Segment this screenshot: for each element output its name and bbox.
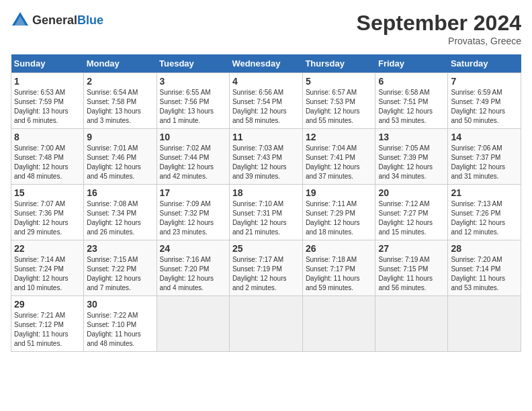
day-info: Sunrise: 7:10 AMSunset: 7:31 PMDaylight:… — [232, 199, 300, 237]
day-info: Sunrise: 6:55 AMSunset: 7:56 PMDaylight:… — [160, 88, 226, 126]
day-number: 10 — [160, 132, 226, 142]
day-info: Sunrise: 6:54 AMSunset: 7:58 PMDaylight:… — [87, 88, 153, 126]
day-number: 19 — [306, 187, 373, 198]
calendar-cell: 9Sunrise: 7:01 AMSunset: 7:46 PMDaylight… — [84, 129, 157, 185]
day-number: 12 — [306, 132, 373, 142]
page-header: GeneralBlue September 2024 Provatas, Gre… — [11, 11, 521, 46]
calendar-cell: 24Sunrise: 7:16 AMSunset: 7:20 PMDayligh… — [157, 240, 229, 296]
day-info: Sunrise: 7:21 AMSunset: 7:12 PMDaylight:… — [14, 311, 81, 349]
day-number: 25 — [232, 243, 300, 254]
calendar-cell: 28Sunrise: 7:20 AMSunset: 7:14 PMDayligh… — [448, 240, 521, 296]
day-number: 21 — [451, 187, 518, 198]
calendar-week-row: 1Sunrise: 6:53 AMSunset: 7:59 PMDaylight… — [11, 73, 521, 129]
calendar-week-row: 15Sunrise: 7:07 AMSunset: 7:36 PMDayligh… — [11, 185, 521, 240]
column-header-friday: Friday — [375, 54, 448, 73]
day-info: Sunrise: 7:09 AMSunset: 7:32 PMDaylight:… — [160, 199, 226, 237]
day-info: Sunrise: 7:06 AMSunset: 7:37 PMDaylight:… — [451, 144, 518, 181]
day-info: Sunrise: 7:05 AMSunset: 7:39 PMDaylight:… — [378, 144, 445, 181]
calendar-cell — [375, 296, 448, 352]
calendar-cell: 27Sunrise: 7:19 AMSunset: 7:15 PMDayligh… — [375, 240, 448, 296]
day-info: Sunrise: 7:17 AMSunset: 7:19 PMDaylight:… — [232, 255, 300, 293]
calendar-cell: 10Sunrise: 7:02 AMSunset: 7:44 PMDayligh… — [157, 129, 229, 185]
day-info: Sunrise: 6:53 AMSunset: 7:59 PMDaylight:… — [14, 88, 81, 126]
calendar-cell: 13Sunrise: 7:05 AMSunset: 7:39 PMDayligh… — [375, 129, 448, 185]
calendar-header-row: SundayMondayTuesdayWednesdayThursdayFrid… — [11, 54, 521, 73]
day-number: 27 — [378, 243, 445, 254]
day-info: Sunrise: 7:03 AMSunset: 7:43 PMDaylight:… — [232, 144, 300, 181]
calendar-cell: 16Sunrise: 7:08 AMSunset: 7:34 PMDayligh… — [84, 185, 157, 240]
day-number: 16 — [87, 187, 153, 198]
calendar-week-row: 29Sunrise: 7:21 AMSunset: 7:12 PMDayligh… — [11, 296, 521, 352]
day-number: 26 — [306, 243, 373, 254]
calendar-cell: 11Sunrise: 7:03 AMSunset: 7:43 PMDayligh… — [229, 129, 302, 185]
logo-blue-text: Blue — [77, 13, 103, 27]
day-number: 14 — [451, 132, 518, 142]
day-number: 5 — [306, 76, 373, 87]
calendar-cell: 5Sunrise: 6:57 AMSunset: 7:53 PMDaylight… — [302, 73, 375, 129]
calendar-cell: 19Sunrise: 7:11 AMSunset: 7:29 PMDayligh… — [302, 185, 375, 240]
calendar-cell: 7Sunrise: 6:59 AMSunset: 7:49 PMDaylight… — [448, 73, 521, 129]
calendar-cell: 1Sunrise: 6:53 AMSunset: 7:59 PMDaylight… — [11, 73, 84, 129]
calendar-cell: 25Sunrise: 7:17 AMSunset: 7:19 PMDayligh… — [229, 240, 302, 296]
day-info: Sunrise: 7:13 AMSunset: 7:26 PMDaylight:… — [451, 199, 518, 237]
calendar-cell — [229, 296, 302, 352]
logo: GeneralBlue — [11, 11, 103, 30]
calendar-cell: 8Sunrise: 7:00 AMSunset: 7:48 PMDaylight… — [11, 129, 84, 185]
column-header-sunday: Sunday — [11, 54, 84, 73]
column-header-monday: Monday — [84, 54, 157, 73]
calendar-week-row: 22Sunrise: 7:14 AMSunset: 7:24 PMDayligh… — [11, 240, 521, 296]
calendar-cell — [157, 296, 229, 352]
day-number: 11 — [232, 132, 300, 142]
column-header-wednesday: Wednesday — [229, 54, 302, 73]
day-info: Sunrise: 6:56 AMSunset: 7:54 PMDaylight:… — [232, 88, 300, 126]
day-number: 1 — [14, 76, 81, 87]
calendar-cell: 21Sunrise: 7:13 AMSunset: 7:26 PMDayligh… — [448, 185, 521, 240]
day-number: 2 — [87, 76, 153, 87]
day-number: 13 — [378, 132, 445, 142]
calendar-cell: 2Sunrise: 6:54 AMSunset: 7:58 PMDaylight… — [84, 73, 157, 129]
day-number: 15 — [14, 187, 81, 198]
calendar-cell: 22Sunrise: 7:14 AMSunset: 7:24 PMDayligh… — [11, 240, 84, 296]
day-info: Sunrise: 6:59 AMSunset: 7:49 PMDaylight:… — [451, 88, 518, 126]
calendar-cell: 12Sunrise: 7:04 AMSunset: 7:41 PMDayligh… — [302, 129, 375, 185]
logo-icon — [11, 11, 30, 30]
day-info: Sunrise: 6:58 AMSunset: 7:51 PMDaylight:… — [378, 88, 445, 126]
calendar-cell: 18Sunrise: 7:10 AMSunset: 7:31 PMDayligh… — [229, 185, 302, 240]
day-info: Sunrise: 7:01 AMSunset: 7:46 PMDaylight:… — [87, 144, 153, 181]
calendar-cell: 20Sunrise: 7:12 AMSunset: 7:27 PMDayligh… — [375, 185, 448, 240]
day-number: 24 — [160, 243, 226, 254]
day-number: 3 — [160, 76, 226, 87]
day-number: 18 — [232, 187, 300, 198]
calendar-cell: 26Sunrise: 7:18 AMSunset: 7:17 PMDayligh… — [302, 240, 375, 296]
day-number: 9 — [87, 132, 153, 142]
day-number: 17 — [160, 187, 226, 198]
day-info: Sunrise: 7:15 AMSunset: 7:22 PMDaylight:… — [87, 255, 153, 293]
day-number: 6 — [378, 76, 445, 87]
day-info: Sunrise: 6:57 AMSunset: 7:53 PMDaylight:… — [306, 88, 373, 126]
day-info: Sunrise: 7:20 AMSunset: 7:14 PMDaylight:… — [451, 255, 518, 293]
location: Provatas, Greece — [357, 36, 521, 46]
calendar-cell: 4Sunrise: 6:56 AMSunset: 7:54 PMDaylight… — [229, 73, 302, 129]
calendar-cell: 29Sunrise: 7:21 AMSunset: 7:12 PMDayligh… — [11, 296, 84, 352]
day-info: Sunrise: 7:18 AMSunset: 7:17 PMDaylight:… — [306, 255, 373, 293]
day-number: 22 — [14, 243, 81, 254]
calendar-cell: 14Sunrise: 7:06 AMSunset: 7:37 PMDayligh… — [448, 129, 521, 185]
calendar-cell: 6Sunrise: 6:58 AMSunset: 7:51 PMDaylight… — [375, 73, 448, 129]
day-info: Sunrise: 7:02 AMSunset: 7:44 PMDaylight:… — [160, 144, 226, 181]
day-info: Sunrise: 7:14 AMSunset: 7:24 PMDaylight:… — [14, 255, 81, 293]
day-number: 7 — [451, 76, 518, 87]
calendar-table: SundayMondayTuesdayWednesdayThursdayFrid… — [11, 54, 521, 352]
day-info: Sunrise: 7:08 AMSunset: 7:34 PMDaylight:… — [87, 199, 153, 237]
day-number: 20 — [378, 187, 445, 198]
day-info: Sunrise: 7:07 AMSunset: 7:36 PMDaylight:… — [14, 199, 81, 237]
logo-general-text: General — [32, 13, 77, 27]
calendar-cell — [302, 296, 375, 352]
day-info: Sunrise: 7:04 AMSunset: 7:41 PMDaylight:… — [306, 144, 373, 181]
day-info: Sunrise: 7:11 AMSunset: 7:29 PMDaylight:… — [306, 199, 373, 237]
day-info: Sunrise: 7:22 AMSunset: 7:10 PMDaylight:… — [87, 311, 153, 349]
day-number: 29 — [14, 299, 81, 310]
day-info: Sunrise: 7:19 AMSunset: 7:15 PMDaylight:… — [378, 255, 445, 293]
title-block: September 2024 Provatas, Greece — [357, 11, 521, 46]
day-number: 28 — [451, 243, 518, 254]
day-number: 4 — [232, 76, 300, 87]
